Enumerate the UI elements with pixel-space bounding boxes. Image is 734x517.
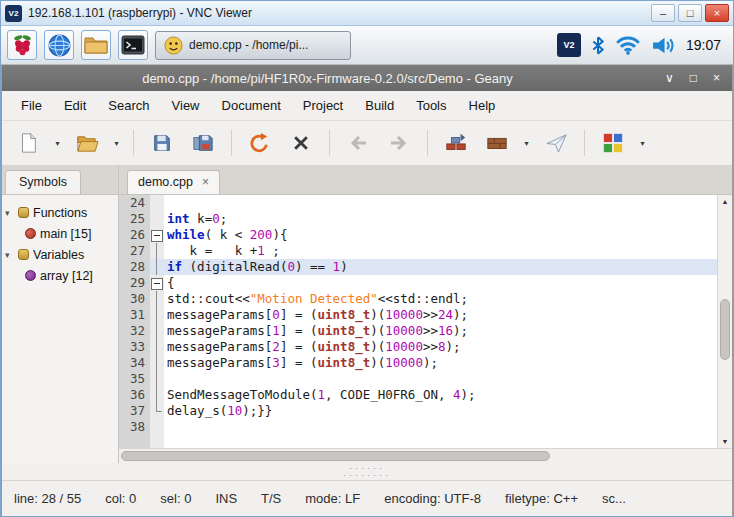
toolbar-separator	[584, 130, 585, 156]
build-button[interactable]	[479, 126, 515, 160]
save-button[interactable]	[144, 126, 180, 160]
code-line-38[interactable]: 38	[119, 419, 717, 435]
symbol-functions[interactable]: ▾Functions	[5, 202, 115, 223]
close-document-button[interactable]	[283, 126, 319, 160]
scroll-up-icon[interactable]: ▲	[718, 195, 732, 208]
new-file-icon	[17, 132, 39, 154]
code-line-29[interactable]: 29{	[119, 275, 717, 291]
code-line-32[interactable]: 32messageParams[1] = (uint8_t)(10000>>16…	[119, 323, 717, 339]
status-item: filetype: C++	[505, 491, 578, 506]
code-line-25[interactable]: 25int k=0;	[119, 211, 717, 227]
fold-margin	[150, 387, 164, 403]
expander-icon[interactable]: ▾	[5, 250, 14, 260]
code-text: messageParams[0] = (uint8_t)(10000>>24);	[164, 307, 717, 323]
close-button[interactable]: ×	[705, 4, 729, 22]
line-number: 32	[119, 323, 150, 339]
back-arrow-icon	[346, 131, 370, 155]
volume-icon[interactable]	[651, 36, 676, 55]
menu-search[interactable]: Search	[97, 93, 160, 118]
symbols-tree: ▾Functionsmain [15]▾Variablesarray [12]	[2, 195, 118, 293]
code-line-33[interactable]: 33messageParams[2] = (uint8_t)(10000>>8)…	[119, 339, 717, 355]
bluetooth-icon[interactable]	[591, 36, 605, 55]
shade-button[interactable]: ∨	[665, 71, 674, 85]
terminal-button[interactable]	[118, 30, 148, 60]
wifi-icon[interactable]	[615, 35, 641, 55]
code-line-27[interactable]: 27 k = k +1 ;	[119, 243, 717, 259]
toolbar-separator	[427, 130, 428, 156]
maximize-button[interactable]: □	[678, 4, 702, 22]
status-item: sc...	[602, 491, 626, 506]
menu-help[interactable]: Help	[458, 93, 507, 118]
code-line-36[interactable]: 36SendMessageToModule(1, CODE_H0FR6_ON, …	[119, 387, 717, 403]
vertical-scrollbar[interactable]: ▲ ▼	[717, 195, 732, 448]
color-chooser-button[interactable]	[595, 126, 631, 160]
save-all-button[interactable]	[185, 126, 221, 160]
line-number: 37	[119, 403, 150, 419]
symbol-variables[interactable]: ▾Variables	[5, 244, 115, 265]
close-button[interactable]: ×	[713, 71, 720, 85]
status-item: mode: LF	[305, 491, 360, 506]
menu-file[interactable]: File	[10, 93, 53, 118]
splitter-dots: ········	[343, 473, 391, 477]
group-icon	[18, 249, 29, 260]
open-file-menu-arrow[interactable]: ▾	[110, 126, 123, 160]
run-button[interactable]	[538, 126, 574, 160]
pane-splitter[interactable]: ······ ········	[2, 463, 732, 480]
fold-toggle-icon[interactable]	[150, 227, 164, 243]
horizontal-scrollbar[interactable]	[119, 448, 732, 463]
vscroll-thumb[interactable]	[720, 299, 730, 360]
menu-tools[interactable]: Tools	[405, 93, 457, 118]
code-text: messageParams[1] = (uint8_t)(10000>>16);	[164, 323, 717, 339]
menu-document[interactable]: Document	[211, 93, 292, 118]
clock[interactable]: 19:07	[686, 37, 721, 53]
code-line-31[interactable]: 31messageParams[0] = (uint8_t)(10000>>24…	[119, 307, 717, 323]
file-manager-button[interactable]	[81, 30, 111, 60]
function-icon	[25, 228, 36, 239]
revert-button[interactable]	[242, 126, 278, 160]
nav-forward-button[interactable]	[381, 126, 417, 160]
web-browser-button[interactable]	[44, 30, 74, 60]
code-line-30[interactable]: 30std::cout<<"Motion Detected"<<std::end…	[119, 291, 717, 307]
geany-titlebar[interactable]: demo.cpp - /home/pi/HF1R0x-Firmware-0.2.…	[2, 65, 732, 91]
new-file-button[interactable]	[10, 126, 46, 160]
build-menu-arrow[interactable]: ▾	[520, 126, 533, 160]
code-line-35[interactable]: 35	[119, 371, 717, 387]
code-line-24[interactable]: 24	[119, 195, 717, 211]
tab-demo-cpp[interactable]: demo.cpp ×	[127, 170, 220, 194]
expander-icon[interactable]: ▾	[5, 208, 14, 218]
vnc-titlebar[interactable]: V2 192.168.1.101 (raspberrypi) - VNC Vie…	[1, 1, 733, 26]
menu-edit[interactable]: Edit	[53, 93, 97, 118]
tab-close-icon[interactable]: ×	[202, 176, 209, 188]
fold-margin	[150, 355, 164, 371]
code-line-34[interactable]: 34messageParams[3] = (uint8_t)(10000);	[119, 355, 717, 371]
status-item: T/S	[261, 491, 281, 506]
compile-button[interactable]	[438, 126, 474, 160]
open-file-button[interactable]	[69, 126, 105, 160]
vnc-server-icon[interactable]: V2	[557, 33, 581, 57]
main-area: Symbols ▾Functionsmain [15]▾Variablesarr…	[2, 166, 732, 463]
symbol-main[interactable]: main [15]	[5, 223, 115, 244]
code-editor[interactable]: 2425int k=0;26while( k < 200){27 k = k +…	[119, 195, 717, 448]
minimize-button[interactable]: –	[651, 4, 675, 22]
menu-view[interactable]: View	[161, 93, 211, 118]
new-file-menu-arrow[interactable]: ▾	[51, 126, 64, 160]
menu-build[interactable]: Build	[354, 93, 405, 118]
code-line-28[interactable]: 28if (digitalRead(0) == 1)	[119, 259, 717, 275]
tab-symbols[interactable]: Symbols	[5, 170, 81, 194]
raspberry-menu-button[interactable]	[7, 30, 37, 60]
hscroll-thumb[interactable]	[121, 451, 550, 461]
code-text: messageParams[2] = (uint8_t)(10000>>8);	[164, 339, 717, 355]
nav-back-button[interactable]	[340, 126, 376, 160]
fold-toggle-icon[interactable]	[150, 275, 164, 291]
code-text	[164, 371, 717, 387]
vscroll-track[interactable]	[718, 208, 732, 435]
code-line-37[interactable]: 37delay_s(10);}}	[119, 403, 717, 419]
color-chooser-menu-arrow[interactable]: ▾	[636, 126, 649, 160]
symbol-array[interactable]: array [12]	[5, 265, 115, 286]
scroll-down-icon[interactable]: ▼	[718, 435, 732, 448]
menu-project[interactable]: Project	[292, 93, 354, 118]
taskbar-window-button[interactable]: demo.cpp - /home/pi...	[155, 31, 351, 60]
maximize-button[interactable]: □	[690, 71, 697, 85]
open-folder-icon	[76, 132, 99, 155]
code-line-26[interactable]: 26while( k < 200){	[119, 227, 717, 243]
